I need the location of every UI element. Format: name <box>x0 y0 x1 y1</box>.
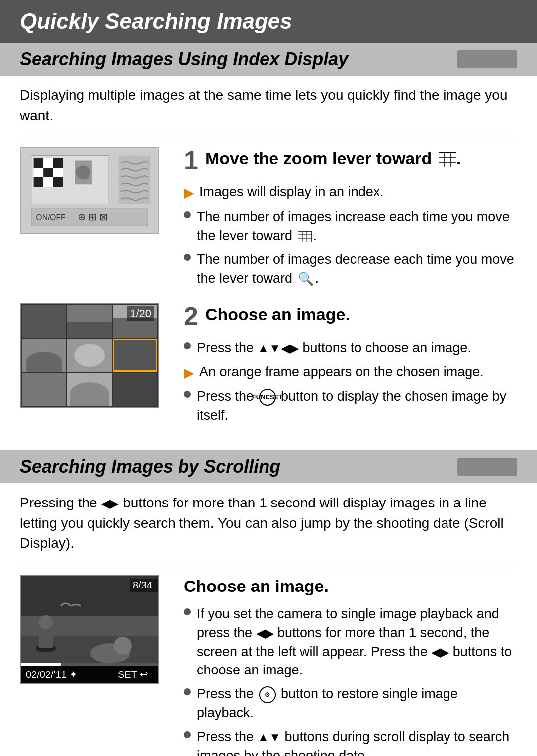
lr-arrows-3: ◀▶ <box>431 645 449 659</box>
dot-icon-1 <box>184 211 191 218</box>
lr-arrows-icon: ◀▶ <box>101 497 119 510</box>
ud-arrows-icon: ▲▼ <box>258 730 281 744</box>
scrolling-content: Pressing the ◀▶ buttons for more than 1 … <box>0 483 537 756</box>
bullet-2-3: Press the FUNCSET button to display the … <box>184 387 517 425</box>
section-header-decoration-2 <box>457 458 517 476</box>
step-2-bullets: Press the ▲▼◀▶ buttons to choose an imag… <box>184 339 517 425</box>
dot-icon-3 <box>184 342 191 349</box>
svg-rect-16 <box>439 152 456 167</box>
svg-text:⊕ ⊞ ⊠: ⊕ ⊞ ⊠ <box>78 211 108 222</box>
grid-illustration: 1/20 <box>20 303 159 408</box>
step-1-image: ON/OFF ⊕ ⊞ ⊠ <box>20 147 169 234</box>
svg-rect-6 <box>43 168 53 177</box>
camera-illustration: ON/OFF ⊕ ⊞ ⊠ <box>20 147 159 234</box>
func-icon-2: ⊙ <box>259 686 276 703</box>
func-icon-1: FUNCSET <box>259 389 276 406</box>
svg-point-11 <box>76 165 90 179</box>
svg-rect-8 <box>34 177 44 187</box>
svg-rect-38 <box>21 663 61 666</box>
bullet-1-2: The number of images increase each time … <box>184 208 517 246</box>
svg-text:02/02/'11 ✦: 02/02/'11 ✦ <box>26 669 78 680</box>
grid-cell-1 <box>22 305 66 338</box>
grid-cell-2 <box>67 305 111 338</box>
section-header-decoration <box>457 50 517 68</box>
grid-cell-6 <box>113 339 157 372</box>
title-bar: Quickly Searching Images <box>0 0 537 43</box>
step-1-number: 1 <box>184 147 198 173</box>
dot-icon-4 <box>184 391 191 398</box>
bullet-1-3: The number of images decrease each time … <box>184 251 517 288</box>
svg-rect-4 <box>53 158 63 168</box>
scroll-illustration: 8/34 02/02/'11 ✦ SET ↩ <box>20 575 159 684</box>
dot-icon-6 <box>184 688 191 695</box>
dot-icon-7 <box>184 731 191 738</box>
step-2-content: 2 Choose an image. Press the ▲▼◀▶ button… <box>184 303 517 430</box>
svg-rect-15 <box>119 156 151 204</box>
step-2-image: 1/20 <box>20 303 169 408</box>
svg-text:SET ↩: SET ↩ <box>118 669 148 680</box>
svg-rect-9 <box>43 177 53 187</box>
grid-counter: 1/20 <box>127 306 154 321</box>
dot-icon-2 <box>184 254 191 261</box>
divider-1 <box>20 138 517 138</box>
scroll-bullet-3: Press the ▲▼ buttons during scroll displ… <box>184 728 517 756</box>
grid-cell-5 <box>67 339 111 372</box>
scroll-bullet-1: If you set the camera to single image pl… <box>184 605 517 680</box>
arrow-icon-2: ▶ <box>184 364 194 383</box>
arrows-icon-1: ▲▼◀▶ <box>258 341 299 355</box>
step-1-content: 1 Move the zoom lever toward . <box>184 147 517 293</box>
step-2-row: 1/20 <box>20 303 517 430</box>
svg-point-32 <box>39 615 53 629</box>
page-title: Quickly Searching Images <box>20 9 517 34</box>
scrolling-intro: Pressing the ◀▶ buttons for more than 1 … <box>20 493 517 554</box>
arrow-icon-1: ▶ <box>184 184 194 203</box>
step-2-title: Choose an image. <box>205 303 350 325</box>
svg-rect-10 <box>53 177 63 187</box>
svg-rect-3 <box>43 158 53 168</box>
svg-rect-5 <box>34 168 44 177</box>
svg-text:8/34: 8/34 <box>133 580 152 590</box>
grid-cell-7 <box>22 373 66 406</box>
step-1-bullets: ▶ Images will display in an index. The n… <box>184 183 517 288</box>
grid-icon-inline <box>439 152 456 167</box>
scroll-image: 8/34 02/02/'11 ✦ SET ↩ <box>20 575 169 684</box>
scroll-step-row: 8/34 02/02/'11 ✦ SET ↩ Choose an image. <box>20 575 517 756</box>
step-1-row: ON/OFF ⊕ ⊞ ⊠ <box>20 147 517 293</box>
grid-cell-4 <box>22 339 66 372</box>
scroll-bullets: If you set the camera to single image pl… <box>184 605 517 756</box>
step-1-title-wrapper: 1 Move the zoom lever toward . <box>184 147 517 176</box>
zoom-q-icon: 🔍 <box>298 270 314 288</box>
svg-text:ON/OFF: ON/OFF <box>36 213 66 222</box>
grid-cell-8 <box>67 373 111 406</box>
section-header-scrolling: Searching Images by Scrolling <box>0 450 537 483</box>
step-1-title: Move the zoom lever toward . <box>205 147 461 169</box>
page-wrapper: Quickly Searching Images Searching Image… <box>0 0 537 756</box>
grid-cell-9 <box>113 373 157 406</box>
divider-2 <box>20 566 517 566</box>
step-2-title-wrapper: 2 Choose an image. <box>184 303 517 332</box>
scroll-bullet-2: Press the ⊙ button to restore single ima… <box>184 685 517 723</box>
index-intro: Displaying multiple images at the same t… <box>20 85 517 126</box>
index-display-content: Displaying multiple images at the same t… <box>0 76 537 450</box>
section-title-index: Searching Images Using Index Display <box>20 49 348 70</box>
bullet-1-1: ▶ Images will display in an index. <box>184 183 517 203</box>
section-title-scrolling: Searching Images by Scrolling <box>20 456 280 477</box>
svg-rect-7 <box>53 168 63 177</box>
lr-arrows-2: ◀▶ <box>256 626 274 640</box>
svg-rect-2 <box>34 158 44 168</box>
scroll-step-title: Choose an image. <box>184 575 517 597</box>
grid-icon-inline2 <box>298 231 312 242</box>
svg-point-34 <box>114 637 132 655</box>
step-2-number: 2 <box>184 303 198 329</box>
svg-rect-21 <box>298 231 312 242</box>
section-header-index: Searching Images Using Index Display <box>0 43 537 76</box>
scroll-step-content: Choose an image. If you set the camera t… <box>184 575 517 756</box>
bullet-2-1: Press the ▲▼◀▶ buttons to choose an imag… <box>184 339 517 358</box>
dot-icon-5 <box>184 608 191 615</box>
bullet-2-2: ▶ An orange frame appears on the chosen … <box>184 363 517 383</box>
